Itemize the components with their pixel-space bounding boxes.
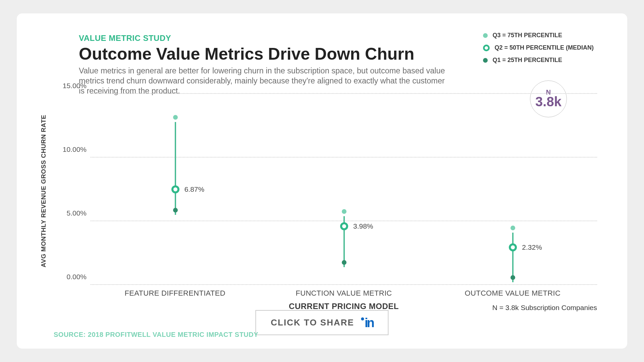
source-text: SOURCE: 2018 PROFITWELL VALUE METRIC IMP… [54,331,258,339]
y-axis-label: AVG MONTHLY REVENUE GROSS CHURN RATE [40,115,47,267]
share-label: CLICK TO SHARE [271,317,354,328]
plot: CURRENT PRICING MODEL 0.00%5.00%10.00%15… [91,94,597,285]
legend-marker-q1-icon [483,58,488,63]
y-tick: 5.00% [66,209,87,217]
legend-item-q3: Q3 = 75TH PERCENTILE [483,32,594,39]
y-tick: 10.00% [63,145,87,154]
legend-marker-q3-icon [483,33,488,38]
chart-subtitle: Value metrics in general are better for … [79,66,448,96]
q1-marker-icon [173,208,178,213]
footnote: N = 3.8k Subscription Companies [492,304,597,312]
q2-marker-icon [509,243,517,251]
series-stem [512,233,514,282]
median-label: 2.32% [522,243,542,251]
x-tick: FUNCTION VALUE METRIC [296,289,392,298]
q1-marker-icon [342,260,346,265]
legend-label-q3: Q3 = 75TH PERCENTILE [492,32,562,39]
legend-marker-q2-icon [483,45,490,51]
linkedin-icon: in [361,317,373,328]
median-label: 3.98% [353,222,373,230]
x-axis-label: CURRENT PRICING MODEL [289,302,399,311]
x-tick: OUTCOME VALUE METRIC [465,289,561,298]
q2-marker-icon [171,185,179,193]
q3-marker-icon [511,226,515,230]
legend-item-q2: Q2 = 50TH PERCENTILE (MEDIAN) [483,44,594,51]
x-tick: FEATURE DIFFERENTIATED [124,289,225,298]
data-series: 6.87% [175,94,176,285]
q3-marker-icon [173,115,178,120]
y-tick: 15.00% [63,82,87,90]
data-series: 3.98% [344,94,344,285]
share-button[interactable]: CLICK TO SHARE in [255,310,388,335]
chart-card: VALUE METRIC STUDY Outcome Value Metrics… [17,13,627,349]
y-tick: 0.00% [66,273,87,281]
series-stem [175,122,176,215]
data-series: 2.32% [513,94,513,285]
legend-label-q2: Q2 = 50TH PERCENTILE (MEDIAN) [494,44,594,51]
q3-marker-icon [342,209,346,214]
q2-marker-icon [340,222,348,230]
median-label: 6.87% [184,185,205,193]
legend: Q3 = 75TH PERCENTILE Q2 = 50TH PERCENTIL… [483,32,594,69]
plot-area: AVG MONTHLY REVENUE GROSS CHURN RATE CUR… [50,97,600,285]
legend-item-q1: Q1 = 25TH PERCENTILE [483,57,594,64]
legend-label-q1: Q1 = 25TH PERCENTILE [492,57,562,64]
q1-marker-icon [511,275,515,280]
